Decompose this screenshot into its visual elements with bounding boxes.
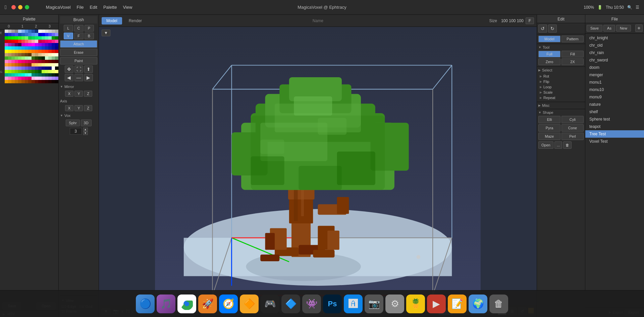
color-cell[interactable]	[55, 56, 58, 60]
color-cell[interactable]	[55, 60, 58, 63]
file-save-button[interactable]: Save	[587, 25, 602, 32]
dock-trash-icon[interactable]: 🗑	[489, 295, 508, 313]
color-cell[interactable]	[11, 66, 15, 70]
zero-button[interactable]: Zero	[538, 58, 560, 65]
color-cell[interactable]	[25, 70, 28, 73]
color-cell[interactable]	[48, 66, 52, 70]
color-cell[interactable]	[45, 46, 48, 50]
shape-more-button[interactable]: ...	[554, 141, 562, 149]
color-cell[interactable]	[8, 33, 11, 36]
color-cell[interactable]	[21, 60, 25, 63]
color-cell[interactable]	[28, 66, 32, 70]
nav-left-icon[interactable]: ◀	[65, 74, 73, 81]
color-cell[interactable]	[28, 50, 32, 53]
color-cell[interactable]	[42, 43, 45, 46]
color-cell[interactable]	[35, 77, 38, 80]
file-item-chr-sword[interactable]: chr_sword	[585, 56, 644, 64]
color-cell[interactable]	[8, 77, 11, 80]
color-cell[interactable]	[45, 66, 48, 70]
color-cell[interactable]	[11, 43, 15, 46]
nav-minus-icon[interactable]: —	[74, 74, 83, 81]
color-cell[interactable]	[32, 80, 35, 83]
file-item-monu10[interactable]: monu10	[585, 86, 644, 93]
color-cell[interactable]	[42, 56, 45, 60]
color-cell[interactable]	[11, 56, 15, 60]
color-cell[interactable]	[21, 77, 25, 80]
color-cell[interactable]	[32, 30, 35, 33]
color-cell[interactable]	[35, 70, 38, 73]
color-cell[interactable]	[11, 63, 15, 66]
color-cell[interactable]	[52, 43, 55, 46]
color-cell[interactable]	[15, 40, 18, 43]
select-title[interactable]: Select	[542, 68, 552, 72]
color-cell[interactable]	[52, 33, 55, 36]
file-item-teapot[interactable]: teapot	[585, 123, 644, 130]
color-cell[interactable]	[38, 80, 42, 83]
vox-number-input[interactable]	[70, 128, 82, 135]
color-cell[interactable]	[55, 36, 58, 40]
file-item-shelf[interactable]: shelf	[585, 108, 644, 116]
cone-button[interactable]: Cone	[561, 124, 584, 132]
color-cell[interactable]	[18, 73, 21, 77]
color-cell[interactable]	[18, 77, 21, 80]
color-cell[interactable]	[45, 33, 48, 36]
color-cell[interactable]	[11, 36, 15, 40]
color-cell[interactable]	[55, 43, 58, 46]
mirror-z-button[interactable]: Z	[84, 91, 92, 97]
color-cell[interactable]	[28, 60, 32, 63]
redo-button[interactable]: ↻	[548, 25, 557, 33]
color-cell[interactable]	[32, 63, 35, 66]
color-cell[interactable]	[5, 36, 8, 40]
color-cell[interactable]	[18, 70, 21, 73]
color-cell[interactable]	[38, 36, 42, 40]
menu-palette[interactable]: Palette	[103, 5, 117, 10]
color-cell[interactable]	[35, 63, 38, 66]
color-cell[interactable]	[15, 36, 18, 40]
brush-action-b[interactable]: B	[85, 33, 94, 39]
file-item-monu1[interactable]: monu1	[585, 79, 644, 86]
cyli-button[interactable]: Cyli	[561, 116, 584, 123]
color-cell[interactable]	[11, 77, 15, 80]
color-cell[interactable]	[55, 53, 58, 56]
color-cell[interactable]	[8, 36, 11, 40]
dock-browser2-icon[interactable]: 🌍	[469, 295, 487, 313]
color-cell[interactable]	[18, 50, 21, 53]
color-cell[interactable]	[21, 66, 25, 70]
shape-open-button[interactable]: Open	[538, 141, 553, 149]
brush-action-v[interactable]: V	[64, 33, 73, 39]
color-cell[interactable]	[48, 33, 52, 36]
color-cell[interactable]	[48, 53, 52, 56]
color-cell[interactable]	[21, 30, 25, 33]
color-cell[interactable]	[52, 63, 55, 66]
color-cell[interactable]	[45, 73, 48, 77]
color-cell[interactable]	[15, 60, 18, 63]
dock-media-icon[interactable]: ▶	[427, 295, 446, 313]
color-cell[interactable]	[21, 56, 25, 60]
color-cell[interactable]	[48, 30, 52, 33]
color-cell[interactable]	[8, 50, 11, 53]
file-item-doom[interactable]: doom	[585, 64, 644, 71]
color-cell[interactable]	[52, 50, 55, 53]
color-cell[interactable]	[48, 46, 52, 50]
color-cell[interactable]	[38, 33, 42, 36]
color-cell[interactable]	[18, 46, 21, 50]
color-cell[interactable]	[21, 40, 25, 43]
brush-action-f[interactable]: F	[74, 33, 84, 39]
color-cell[interactable]	[55, 50, 58, 53]
dock-siri-icon[interactable]: 🎵	[157, 295, 175, 313]
color-cell[interactable]	[11, 60, 15, 63]
color-cell[interactable]	[52, 60, 55, 63]
2x-button[interactable]: 2X	[561, 58, 584, 65]
rot-item[interactable]: ▶ Rot	[538, 74, 584, 79]
menu-app-name[interactable]: MagicaVoxel	[46, 5, 71, 10]
color-cell[interactable]	[42, 50, 45, 53]
color-cell[interactable]	[5, 43, 8, 46]
dock-script-icon[interactable]: 📝	[448, 295, 467, 313]
color-cell[interactable]	[25, 33, 28, 36]
color-cell[interactable]	[42, 40, 45, 43]
color-cell[interactable]	[11, 33, 15, 36]
color-cell[interactable]	[32, 36, 35, 40]
file-item-sphere-test[interactable]: Sphere test	[585, 116, 644, 123]
color-cell[interactable]	[42, 63, 45, 66]
dock-blender-icon[interactable]: 🔷	[281, 295, 300, 313]
